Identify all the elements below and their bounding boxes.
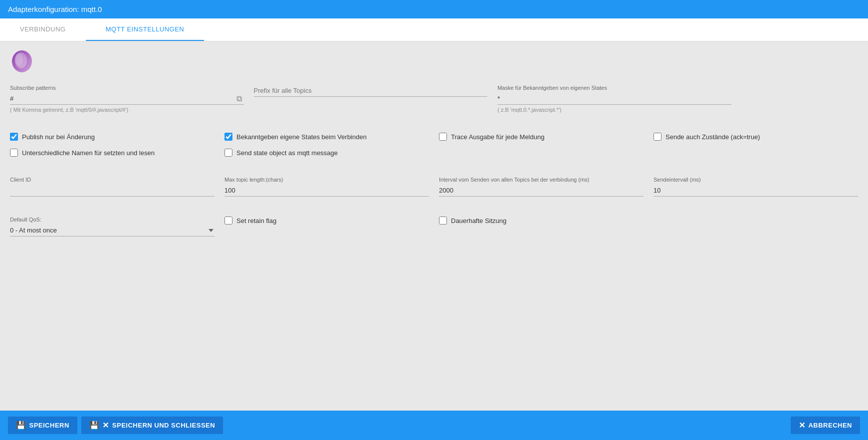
subscribe-patterns-hint: ( Mit Komma getrennt, z.B 'mqtt/0/#,java… xyxy=(10,107,244,113)
col-default-qos: Default QoS: 0 - At most once 1 - At lea… xyxy=(10,217,215,236)
mqtt-logo xyxy=(10,49,34,73)
row-inputs: Client ID Max topic length:(chars) Inter… xyxy=(10,177,858,197)
announce-states-label: Bekanntgeben eigene States beim Verbinde… xyxy=(236,133,367,141)
publish-on-change-checkbox[interactable]: Publish nur bei Änderung xyxy=(10,133,215,141)
col-persistent-session: Dauerhafte Sitzung xyxy=(439,217,644,224)
col-client-id: Client ID xyxy=(10,177,215,197)
col-subscribe-patterns: Subscribe patterns ⧉ ( Mit Komma getrenn… xyxy=(10,85,244,113)
main-content: Subscribe patterns ⧉ ( Mit Komma getrenn… xyxy=(0,41,868,411)
save-label: SPEICHERN xyxy=(29,422,69,429)
save-icon: 💾 xyxy=(16,421,26,430)
client-id-label: Client ID xyxy=(10,177,215,183)
svg-point-2 xyxy=(15,53,23,65)
set-retain-flag-label: Set retain flag xyxy=(236,217,276,224)
announce-states-checkbox[interactable]: Bekanntgeben eigene States beim Verbinde… xyxy=(224,133,429,141)
col-announce-states: Bekanntgeben eigene States beim Verbinde… xyxy=(224,133,429,141)
cancel-button[interactable]: ✕ ABBRECHEN xyxy=(791,417,860,434)
send-state-object-label: Send state object as mqtt message xyxy=(236,149,338,157)
different-names-checkbox[interactable]: Unterschiedliche Namen für setzten und l… xyxy=(10,149,215,157)
persistent-session-checkbox[interactable]: Dauerhafte Sitzung xyxy=(439,217,644,224)
publish-on-change-label: Publish nur bei Änderung xyxy=(22,133,95,141)
row-checkboxes1: Publish nur bei Änderung Bekanntgeben ei… xyxy=(10,133,858,141)
col-mask: Maske für Bekanntgeben von eigenen State… xyxy=(497,85,731,113)
col-max-topic-length: Max topic length:(chars) xyxy=(224,177,429,197)
save-and-close-button[interactable]: 💾 ✕ SPEICHERN UND SCHLIESSEN xyxy=(81,417,223,434)
send-interval-input[interactable] xyxy=(653,185,858,197)
prefix-input[interactable] xyxy=(254,85,488,97)
persistent-session-input[interactable] xyxy=(439,217,447,224)
publish-on-change-input[interactable] xyxy=(10,133,18,141)
interval-input[interactable] xyxy=(439,185,644,197)
send-ack-checkbox[interactable]: Sende auch Zustände (ack=true) xyxy=(653,133,858,141)
save-and-close-x-icon: ✕ xyxy=(102,421,109,430)
trace-output-input[interactable] xyxy=(439,133,447,141)
tab-mqtt-einstellungen[interactable]: MQTT EINSTELLUNGEN xyxy=(86,18,205,41)
title-text: Adapterkonfiguration: mqtt.0 xyxy=(8,5,102,13)
persistent-session-label: Dauerhafte Sitzung xyxy=(451,217,506,224)
cancel-label: ABBRECHEN xyxy=(808,422,852,429)
title-bar: Adapterkonfiguration: mqtt.0 xyxy=(0,0,868,18)
trace-output-label: Trace Ausgabe für jede Meldung xyxy=(451,133,544,141)
max-topic-length-input[interactable] xyxy=(224,185,429,197)
send-ack-label: Sende auch Zustände (ack=true) xyxy=(665,133,760,141)
subscribe-patterns-input-wrapper: ⧉ xyxy=(10,93,244,105)
interval-label: Interval vom Senden von allen Topics bei… xyxy=(439,177,644,183)
send-interval-label: Sendeintervall (ms) xyxy=(653,177,858,183)
default-qos-select[interactable]: 0 - At most once 1 - At least once 2 - E… xyxy=(10,224,215,236)
subscribe-patterns-input[interactable] xyxy=(10,93,234,104)
different-names-input[interactable] xyxy=(10,149,18,157)
col-different-names: Unterschiedliche Namen für setzten und l… xyxy=(10,149,215,157)
trace-output-checkbox[interactable]: Trace Ausgabe für jede Meldung xyxy=(439,133,644,141)
announce-states-input[interactable] xyxy=(224,133,232,141)
col-set-retain-flag: Set retain flag xyxy=(224,217,429,224)
send-state-object-input[interactable] xyxy=(224,149,232,157)
col-send-ack: Sende auch Zustände (ack=true) xyxy=(653,133,858,141)
set-retain-flag-checkbox[interactable]: Set retain flag xyxy=(224,217,429,224)
send-state-object-checkbox[interactable]: Send state object as mqtt message xyxy=(224,149,429,157)
col-publish-on-change: Publish nur bei Änderung xyxy=(10,133,215,141)
col-send-state-object: Send state object as mqtt message xyxy=(224,149,429,157)
copy-icon[interactable]: ⧉ xyxy=(234,93,244,104)
logo-area xyxy=(10,49,858,75)
row-subscribe: Subscribe patterns ⧉ ( Mit Komma getrenn… xyxy=(10,85,858,113)
client-id-input[interactable] xyxy=(10,185,215,197)
tab-bar: VERBINDUNG MQTT EINSTELLUNGEN xyxy=(0,18,868,41)
col-trace-output: Trace Ausgabe für jede Meldung xyxy=(439,133,644,141)
mask-input[interactable] xyxy=(497,93,731,105)
subscribe-patterns-label: Subscribe patterns xyxy=(10,85,244,91)
mask-hint: ( z.B 'mqtt.0.*,javascript.*') xyxy=(497,107,731,113)
col-send-interval: Sendeintervall (ms) xyxy=(653,177,858,197)
send-ack-input[interactable] xyxy=(653,133,661,141)
tab-verbindung[interactable]: VERBINDUNG xyxy=(0,18,86,41)
mask-label: Maske für Bekanntgeben von eigenen State… xyxy=(497,85,731,91)
set-retain-flag-input[interactable] xyxy=(224,217,232,224)
cancel-icon: ✕ xyxy=(799,421,806,430)
bottom-bar-left: 💾 SPEICHERN 💾 ✕ SPEICHERN UND SCHLIESSEN xyxy=(8,417,223,434)
form-section: Subscribe patterns ⧉ ( Mit Komma getrenn… xyxy=(10,85,858,236)
max-topic-length-label: Max topic length:(chars) xyxy=(224,177,429,183)
different-names-label: Unterschiedliche Namen für setzten und l… xyxy=(22,149,155,157)
default-qos-label: Default QoS: xyxy=(10,217,215,222)
save-and-close-label: SPEICHERN UND SCHLIESSEN xyxy=(112,422,215,429)
bottom-bar: 💾 SPEICHERN 💾 ✕ SPEICHERN UND SCHLIESSEN… xyxy=(0,411,868,440)
col-interval: Interval vom Senden von allen Topics bei… xyxy=(439,177,644,197)
save-button[interactable]: 💾 SPEICHERN xyxy=(8,417,77,434)
col-prefix xyxy=(254,85,488,97)
row-checkboxes2: Unterschiedliche Namen für setzten und l… xyxy=(10,149,858,157)
default-qos-wrapper: Default QoS: 0 - At most once 1 - At lea… xyxy=(10,217,215,236)
row-qos: Default QoS: 0 - At most once 1 - At lea… xyxy=(10,217,858,236)
save-and-close-save-icon: 💾 xyxy=(89,421,100,430)
